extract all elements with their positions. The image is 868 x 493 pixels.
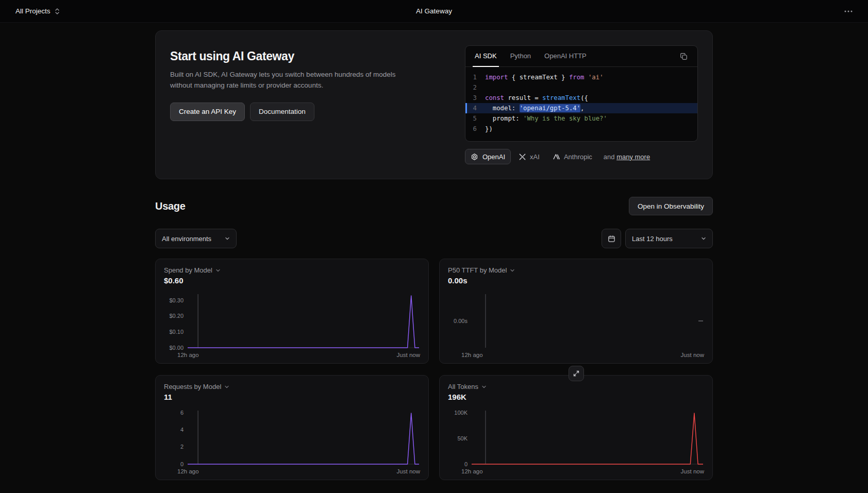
expand-chart-button[interactable] [569,366,584,381]
many-more-link[interactable]: many more [616,153,650,161]
chevron-down-icon [225,236,230,241]
environment-filter-value: All environments [162,235,211,243]
chart-total-value: 196K [448,393,704,401]
chart-x-labels: 12h ago Just now [448,468,704,474]
svg-text:$0.20: $0.20 [169,313,183,319]
code-line: 6}) [465,124,697,134]
chart-title: All Tokens [448,383,478,390]
provider-label: OpenAI [482,153,505,161]
overflow-menu-button[interactable] [841,7,856,15]
usage-header: Usage Open in Observability [155,197,713,215]
chart-title: P50 TTFT by Model [448,266,507,274]
hero-card: Start using AI Gateway Built on AI SDK, … [155,30,713,179]
requests-chart: 6420 [164,407,420,467]
xai-logo-icon [519,154,526,160]
chevron-down-icon [510,268,515,273]
x-label-end: Just now [681,468,704,474]
chart-x-labels: 12h ago Just now [164,468,420,474]
chart-total-value: 11 [164,393,420,401]
main-content: Start using AI Gateway Built on AI SDK, … [155,23,713,480]
providers-more-text: and many more [604,153,650,161]
more-prefix: and [604,153,615,161]
provider-chip-xai: xAI [514,149,545,164]
code-line: 4 model: 'openai/gpt-5.4', [465,103,697,113]
chart-metric-dropdown[interactable]: All Tokens [448,383,487,390]
charts-grid: Spend by Model $0.60 $0.30$0.20$0.10$0.0… [155,259,713,480]
provider-chip-openai: OpenAI [465,149,511,164]
chart-total-value: 0.00s [448,276,704,285]
code-line: 2 [465,82,697,93]
x-label-start: 12h ago [461,352,483,358]
chart-metric-dropdown[interactable]: Requests by Model [164,383,229,390]
chart-total-value: $0.60 [164,276,420,285]
copy-code-button[interactable] [677,50,690,63]
tab-ai-sdk[interactable]: AI SDK [473,46,499,67]
openai-logo-icon [471,153,478,161]
code-lines: 1import { streamText } from 'ai'23const … [465,67,697,141]
time-range-value: Last 12 hours [632,235,673,243]
code-line: 5 prompt: 'Why is the sky blue?' [465,113,697,124]
provider-logos-row: OpenAI xAI Anthropic and many more [465,149,698,164]
x-label-start: 12h ago [177,352,199,358]
chevron-down-icon [701,236,706,241]
chart-title: Spend by Model [164,266,212,274]
x-label-start: 12h ago [461,468,483,474]
chevron-down-icon [224,384,229,389]
page-title: AI Gateway [416,7,452,15]
svg-text:4: 4 [180,427,183,433]
hero-actions: Create an API Key Documentation [170,103,440,121]
all-tokens-card: All Tokens 196K 100K50K0 12h ago Just no… [439,375,713,480]
time-range-filter[interactable]: Last 12 hours [625,229,713,248]
tab-label: AI SDK [475,52,497,60]
chart-metric-dropdown[interactable]: P50 TTFT by Model [448,266,515,274]
project-switcher-label: All Projects [15,7,51,15]
chart-title: Requests by Model [164,383,221,390]
spend-by-model-card: Spend by Model $0.60 $0.30$0.20$0.10$0.0… [155,259,429,364]
code-sample-card: AI SDK Python OpenAI HTTP 1import { stre… [465,45,698,142]
tab-label: OpenAI HTTP [544,52,587,60]
chart-metric-dropdown[interactable]: Spend by Model [164,266,221,274]
calendar-button[interactable] [602,229,621,248]
open-observability-button[interactable]: Open in Observability [629,197,713,215]
hero-description: Built on AI SDK, AI Gateway lets you swi… [170,70,407,91]
code-line: 1import { streamText } from 'ai' [465,72,697,82]
svg-text:0: 0 [464,461,468,467]
tab-openai-http[interactable]: OpenAI HTTP [542,46,589,67]
svg-text:$0.00: $0.00 [169,345,183,351]
spend-chart: $0.30$0.20$0.10$0.00 [164,291,420,351]
expand-icon [573,370,579,377]
svg-text:0.00s: 0.00s [454,318,468,324]
chart-x-labels: 12h ago Just now [164,352,420,358]
create-api-key-button[interactable]: Create an API Key [170,103,245,121]
hero-title: Start using AI Gateway [170,49,440,63]
svg-text:100K: 100K [454,410,468,416]
chevron-down-icon [215,268,221,273]
svg-text:6: 6 [180,410,183,416]
chart-x-labels: 12h ago Just now [448,352,704,358]
provider-label: xAI [530,153,540,161]
hero-code-column: AI SDK Python OpenAI HTTP 1import { stre… [465,45,698,164]
code-line: 3const result = streamText({ [465,93,697,103]
svg-text:50K: 50K [457,435,468,441]
svg-text:2: 2 [180,444,183,450]
topbar: All Projects AI Gateway [0,0,868,23]
usage-title: Usage [155,200,186,212]
svg-text:$0.30: $0.30 [169,297,183,303]
x-label-end: Just now [681,352,704,358]
environment-filter[interactable]: All environments [155,229,237,248]
documentation-button[interactable]: Documentation [250,103,314,121]
tab-python[interactable]: Python [508,46,533,67]
requests-by-model-card: Requests by Model 11 6420 12h ago Just n… [155,375,429,480]
x-label-end: Just now [397,468,420,474]
calendar-icon [608,235,615,243]
time-filter-group: Last 12 hours [602,229,713,248]
anthropic-logo-icon [553,154,560,160]
project-switcher[interactable]: All Projects [12,5,63,17]
svg-text:0: 0 [180,461,183,467]
ellipsis-icon [844,10,853,12]
tab-label: Python [510,52,531,60]
chevrons-up-down-icon [55,8,60,15]
hero-text-column: Start using AI Gateway Built on AI SDK, … [170,45,440,164]
x-label-end: Just now [397,352,420,358]
provider-label: Anthropic [564,153,592,161]
